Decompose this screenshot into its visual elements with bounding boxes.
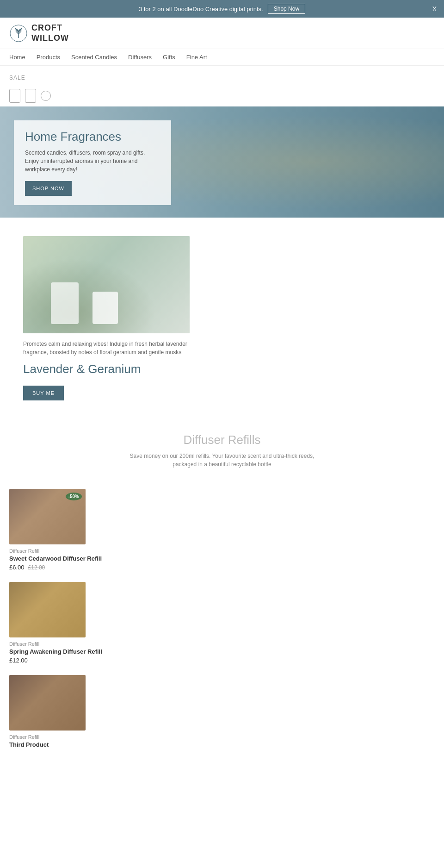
announcement-bar: 3 for 2 on all DoodleDoo Creative digita… (0, 0, 444, 18)
diffuser-shape (51, 282, 79, 324)
price-area-0: £6.00£12.00 (9, 564, 45, 571)
site-header: CROFT WILLOW (0, 18, 444, 49)
hero-description: Scented candles, diffusers, room spray a… (25, 149, 160, 174)
product-name-0[interactable]: Sweet Cedarwood Diffuser Refill (9, 555, 102, 562)
refills-title: Diffuser Refills (9, 433, 435, 447)
nav-fine-art[interactable]: Fine Art (186, 54, 207, 61)
hero-section: Home Fragrances Scented candles, diffuse… (0, 106, 444, 218)
grid-view-icon[interactable] (9, 89, 20, 103)
announcement-text: 3 for 2 on all DoodleDoo Creative digita… (139, 6, 263, 12)
logo-icon (9, 24, 28, 43)
product-image-0[interactable]: -50% (9, 489, 86, 544)
feature-section: Promotes calm and relaxing vibes! Indulg… (0, 218, 444, 419)
nav-home[interactable]: Home (9, 54, 25, 61)
buy-me-button[interactable]: BUY ME (23, 386, 64, 400)
price-original-0: £12.00 (28, 564, 45, 571)
price-area-1: £12.00 (9, 657, 28, 664)
nav-products[interactable]: Products (37, 54, 60, 61)
hero-title: Home Fragrances (25, 130, 160, 144)
shop-now-button[interactable]: Shop Now (268, 4, 305, 14)
product-category-0: Diffuser Refill (9, 548, 39, 554)
product-card-1: Diffuser RefillSpring Awakening Diffuser… (9, 582, 435, 664)
feature-title: Lavender & Geranium (23, 362, 141, 376)
logo[interactable]: CROFT WILLOW (9, 23, 69, 43)
product-list: -50%Diffuser RefillSweet Cedarwood Diffu… (0, 489, 444, 750)
list-view-icon[interactable] (25, 89, 36, 103)
product-image-2[interactable] (9, 675, 86, 731)
price-current-0: £6.00 (9, 564, 25, 571)
close-announcement-button[interactable]: X (432, 5, 437, 12)
nav-scented-candles[interactable]: Scented Candles (71, 54, 117, 61)
nav-diffusers[interactable]: Diffusers (128, 54, 152, 61)
hero-overlay: Home Fragrances Scented candles, diffuse… (14, 120, 171, 205)
logo-text: CROFT WILLOW (31, 23, 69, 43)
product-name-1[interactable]: Spring Awakening Diffuser Refill (9, 648, 102, 655)
product-name-2[interactable]: Third Product (9, 741, 49, 748)
hero-shop-button[interactable]: SHOP NOW (25, 181, 72, 196)
product-category-1: Diffuser Refill (9, 641, 39, 647)
sort-icon[interactable] (41, 91, 51, 101)
refills-section: Diffuser Refills Save money on our 200ml… (0, 419, 444, 489)
feature-image (23, 236, 190, 333)
breadcrumb-area: SALE (0, 66, 444, 85)
price-current-1: £12.00 (9, 657, 28, 664)
nav-gifts[interactable]: Gifts (163, 54, 175, 61)
main-nav: Home Products Scented Candles Diffusers … (0, 49, 444, 66)
feature-description: Promotes calm and relaxing vibes! Indulg… (23, 340, 199, 356)
refills-description: Save money on our 200ml refills. Your fa… (130, 452, 314, 468)
product-card-2: Diffuser RefillThird Product (9, 675, 435, 750)
discount-badge-0: -50% (66, 493, 82, 500)
sale-label: SALE (9, 75, 25, 81)
product-card-0: -50%Diffuser RefillSweet Cedarwood Diffu… (9, 489, 435, 571)
candle-shape (92, 292, 118, 324)
product-image-1[interactable] (9, 582, 86, 637)
view-icons-row (0, 85, 444, 106)
product-category-2: Diffuser Refill (9, 734, 39, 740)
